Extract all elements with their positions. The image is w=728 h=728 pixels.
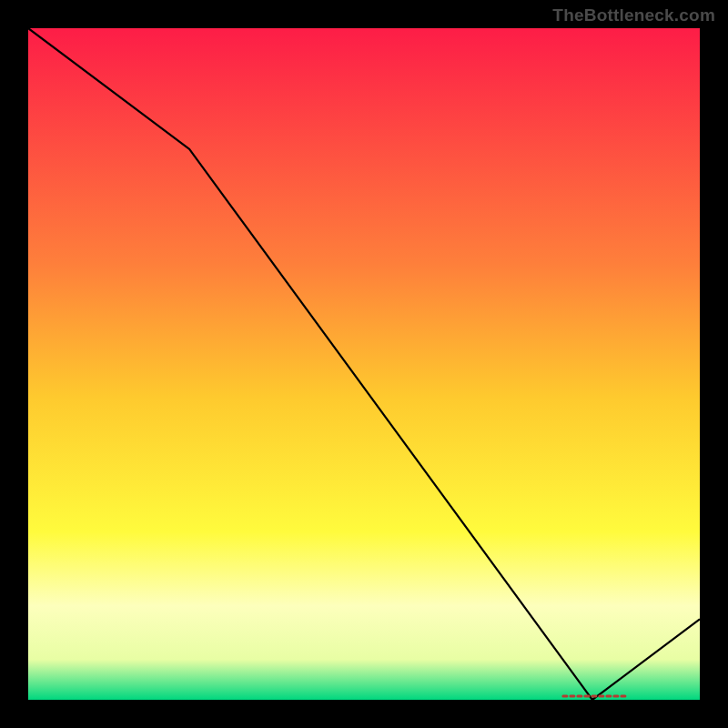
plot-area — [28, 28, 700, 700]
gradient-background — [28, 28, 700, 700]
chart-svg — [28, 28, 700, 700]
watermark-text: TheBottleneck.com — [552, 5, 715, 25]
chart-frame: TheBottleneck.com — [0, 0, 728, 728]
